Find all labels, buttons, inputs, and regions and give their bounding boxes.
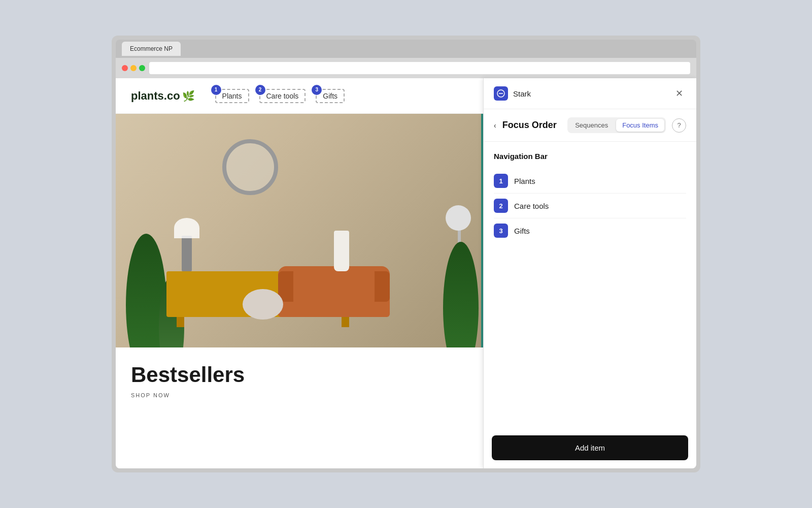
browser-controls xyxy=(122,65,145,71)
nav-badge-1: 1 xyxy=(211,85,221,95)
floor-lamp-shade xyxy=(446,205,471,231)
back-chevron-icon: ‹ xyxy=(494,121,496,130)
focus-item-row-3: 3 Gifts xyxy=(494,218,686,243)
mirror xyxy=(222,139,278,195)
hero-section xyxy=(116,114,532,347)
address-bar-area xyxy=(116,58,696,78)
section-title: Navigation Bar xyxy=(494,152,686,161)
sideboard-leg-1 xyxy=(177,317,184,327)
stark-app-name: Stark xyxy=(513,89,531,98)
tab-group: Sequences Focus Items xyxy=(567,117,666,133)
close-dot[interactable] xyxy=(122,65,128,71)
minimize-dot[interactable] xyxy=(130,65,137,71)
ottoman xyxy=(243,289,283,320)
focus-order-bar: ‹ Focus Order Sequences Focus Items ? xyxy=(484,109,696,142)
bestsellers-title: Bestsellers xyxy=(131,363,517,387)
fullscreen-dot[interactable] xyxy=(139,65,145,71)
address-bar[interactable] xyxy=(149,62,690,74)
sofa-arm-right xyxy=(375,271,390,302)
focus-item-row-1: 1 Plants xyxy=(494,169,686,194)
focus-item-label-2: Care tools xyxy=(514,202,549,210)
nav-item-care-tools-label: Care tools xyxy=(259,89,306,103)
logo-text: plants.co xyxy=(131,89,180,103)
help-button[interactable]: ? xyxy=(672,118,686,133)
screen-container: Ecommerce NP plants.co 🌿 1 xyxy=(112,36,700,472)
nav-item-gifts[interactable]: 3 Gifts xyxy=(316,89,345,103)
tab-label: Ecommerce NP xyxy=(130,45,173,52)
shop-now-btn[interactable]: SHOP NOW xyxy=(131,392,517,398)
stark-logo-icon xyxy=(494,86,508,101)
nav-badge-2: 2 xyxy=(255,85,265,95)
stark-panel: Stark ✕ ‹ Focus Order Sequences Focus It… xyxy=(483,78,696,468)
site-nav: plants.co 🌿 1 Plants 2 Care tools 3 Gift… xyxy=(116,78,532,114)
focus-item-label-1: Plants xyxy=(514,177,535,185)
table-lamp-shade xyxy=(174,218,199,238)
sofa xyxy=(278,266,390,317)
hero-bg xyxy=(116,114,532,347)
browser-tab[interactable]: Ecommerce NP xyxy=(122,42,181,56)
bestsellers-section: Bestsellers SHOP NOW xyxy=(116,347,532,414)
nav-items: 1 Plants 2 Care tools 3 Gifts xyxy=(215,89,345,103)
sideboard-leg-2 xyxy=(342,317,349,327)
plant-right xyxy=(443,215,479,347)
website-frame: plants.co 🌿 1 Plants 2 Care tools 3 Gift… xyxy=(116,78,532,468)
focus-badge-1: 1 xyxy=(494,174,508,188)
nav-item-care-tools[interactable]: 2 Care tools xyxy=(259,89,306,103)
nav-badge-3: 3 xyxy=(312,85,322,95)
close-button[interactable]: ✕ xyxy=(672,86,686,101)
browser-tab-bar: Ecommerce NP xyxy=(116,40,696,58)
focus-order-title: Focus Order xyxy=(502,120,561,131)
logo-leaf-icon: 🌿 xyxy=(182,90,195,102)
vase xyxy=(334,231,349,271)
site-logo: plants.co 🌿 xyxy=(131,89,195,103)
stark-header: Stark ✕ xyxy=(484,78,696,109)
focus-item-row-2: 2 Care tools xyxy=(494,194,686,218)
back-button[interactable]: ‹ xyxy=(494,121,496,130)
table-lamp-base xyxy=(182,236,192,271)
tab-focus-items[interactable]: Focus Items xyxy=(616,119,664,132)
tab-sequences[interactable]: Sequences xyxy=(569,119,614,132)
stark-title-area: Stark xyxy=(494,86,531,101)
focus-item-label-3: Gifts xyxy=(514,227,530,235)
panel-content: Navigation Bar 1 Plants 2 Care tools 3 G… xyxy=(484,142,696,427)
focus-badge-3: 3 xyxy=(494,224,508,238)
focus-badge-2: 2 xyxy=(494,199,508,213)
add-item-button[interactable]: Add item xyxy=(492,435,688,460)
nav-item-plants[interactable]: 1 Plants xyxy=(215,89,249,103)
browser-body: plants.co 🌿 1 Plants 2 Care tools 3 Gift… xyxy=(116,58,696,468)
